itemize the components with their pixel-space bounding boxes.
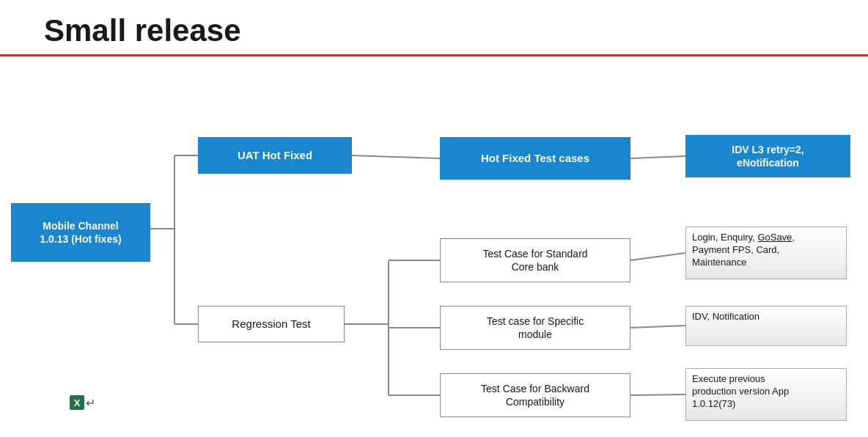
idv-notification-box: IDV, Notification bbox=[685, 306, 847, 346]
page-title: Small release bbox=[0, 0, 868, 54]
svg-line-15 bbox=[630, 394, 685, 395]
regression-test-box: Regression Test bbox=[198, 306, 345, 342]
diagram-area: Mobile Channel 1.0.13 (Hot fixes) UAT Ho… bbox=[0, 64, 868, 423]
login-enquiry-box: Login, Enquiry, GoSave,Payment FPS, Card… bbox=[685, 227, 847, 279]
excel-x-icon: X bbox=[70, 395, 84, 410]
hot-fixed-test-cases-box: Hot Fixed Test cases bbox=[440, 137, 630, 180]
uat-hot-fixed-box: UAT Hot Fixed bbox=[198, 137, 352, 174]
test-case-backward-box: Test Case for Backward Compatibility bbox=[440, 373, 630, 417]
test-case-standard-box: Test Case for Standard Core bank bbox=[440, 238, 630, 282]
svg-line-5 bbox=[352, 155, 440, 158]
svg-line-13 bbox=[630, 253, 685, 260]
svg-line-14 bbox=[630, 326, 685, 328]
idv-l3-box: IDV L3 retry=2, eNotification bbox=[685, 135, 850, 177]
svg-line-6 bbox=[630, 156, 685, 158]
title-divider bbox=[0, 54, 868, 56]
test-case-specific-box: Test case for Specific module bbox=[440, 306, 630, 350]
mobile-channel-box: Mobile Channel 1.0.13 (Hot fixes) bbox=[11, 203, 150, 262]
excel-arrow-icon: ↵ bbox=[86, 396, 95, 410]
excel-icon: X ↵ bbox=[70, 395, 95, 410]
execute-previous-box: Execute previousproduction version App1.… bbox=[685, 368, 847, 421]
